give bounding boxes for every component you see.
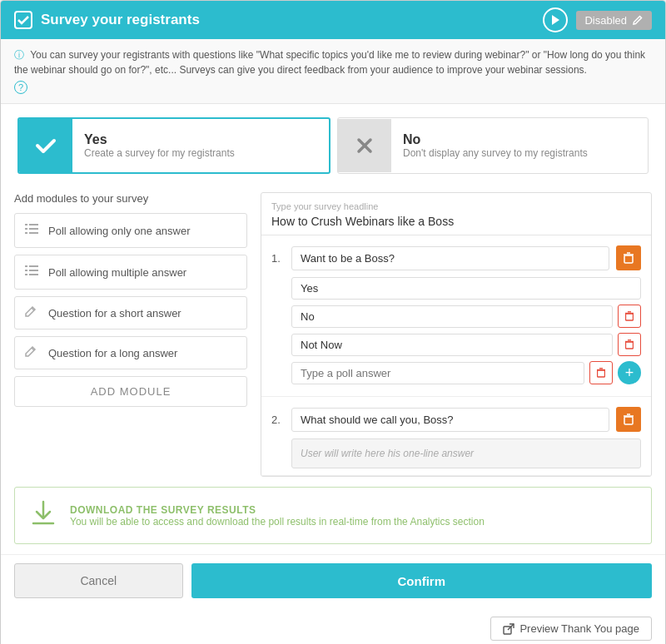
module-question-short[interactable]: Question for a short answer [14,296,247,329]
svg-rect-24 [626,342,634,349]
module-poll-one[interactable]: Poll allowing only one answer [14,213,247,248]
answer-input-1-2[interactable] [291,305,613,328]
confirm-button[interactable]: Confirm [191,563,653,598]
help-icon[interactable]: ? [14,81,27,94]
module-poll-multi[interactable]: Poll allowing multiple answer [14,255,247,290]
question-number-2: 2. [271,414,285,426]
no-title: No [403,132,588,147]
module-question-short-label: Question for a short answer [48,307,181,320]
svg-marker-1 [552,15,559,25]
no-subtitle: Don't display any survey to my registran… [403,147,588,159]
question-row-2: 2. [271,407,641,432]
question-input-1[interactable] [291,246,609,270]
right-panel: Type your survey headline 1. [261,192,652,477]
question-row-1: 1. [271,245,641,270]
svg-rect-18 [624,255,633,263]
svg-rect-0 [15,12,32,28]
delete-answer-1-new-button[interactable] [589,361,613,384]
status-badge: Disabled [576,11,652,30]
yes-check-box [19,119,72,172]
list-icon-1 [25,222,40,239]
yes-option[interactable]: Yes Create a survey for my registrants [17,117,331,174]
download-text: DOWNLOAD THE SURVEY RESULTS You will be … [70,504,485,528]
svg-rect-27 [598,370,605,377]
answer-row-1-3 [271,333,641,356]
info-icon: ⓘ [14,49,24,61]
svg-rect-8 [25,232,27,234]
headline-label: Type your survey headline [271,201,641,211]
checkbox-icon [14,11,32,29]
answer-row-1-new: + [271,361,641,384]
modal-header: Survey your registrants Disabled [1,1,665,39]
answer-row-1-2 [271,305,641,328]
module-poll-multi-label: Poll allowing multiple answer [48,266,186,279]
yes-text: Yes Create a survey for my registrants [72,132,246,159]
header-right: Disabled [543,7,652,32]
svg-rect-4 [25,224,27,225]
svg-rect-12 [25,270,27,271]
delete-question-2-button[interactable] [616,407,641,432]
svg-rect-9 [29,232,38,234]
download-icon [28,498,58,533]
no-option[interactable]: No Don't display any survey to my regist… [337,117,649,174]
pencil-icon-2 [25,345,40,360]
headline-input[interactable] [271,215,641,228]
headline-section: Type your survey headline [261,193,651,235]
answer-input-1-new[interactable] [291,362,584,384]
svg-rect-6 [25,228,27,230]
question-input-2[interactable] [291,408,609,432]
svg-rect-30 [624,417,633,424]
preview-label: Preview Thank You page [519,622,639,635]
answer-row-1-1 [271,277,641,300]
preview-row: Preview Thank You page [1,610,665,644]
footer-buttons: Cancel Confirm [1,554,665,610]
yes-title: Yes [84,132,235,147]
modal-title: Survey your registrants [41,12,200,28]
left-panel-title: Add modules to your survey [14,192,247,205]
delete-question-1-button[interactable] [616,245,641,270]
edit-icon [632,14,644,26]
svg-rect-7 [29,228,38,230]
download-banner: DOWNLOAD THE SURVEY RESULTS You will be … [14,487,652,544]
no-x-box [338,119,391,172]
cancel-button[interactable]: Cancel [14,563,183,598]
svg-rect-10 [25,265,27,267]
question-block-2: 2. User will write here his one-line ans… [261,397,651,476]
play-button[interactable] [543,7,568,32]
yes-no-row: Yes Create a survey for my registrants N… [1,104,665,182]
svg-rect-14 [25,274,27,275]
delete-answer-1-3-button[interactable] [618,333,641,356]
add-module-button[interactable]: ADD MODULE [14,376,247,407]
svg-rect-11 [29,265,38,267]
survey-modal: Survey your registrants Disabled ⓘ You c… [0,0,666,644]
info-text: You can survey your registrants with que… [14,49,645,76]
svg-rect-13 [29,270,38,271]
info-bar: ⓘ You can survey your registrants with q… [1,39,665,104]
download-subtitle: You will be able to access and download … [70,516,485,528]
yes-subtitle: Create a survey for my registrants [84,147,235,159]
header-left: Survey your registrants [14,11,200,29]
preview-button[interactable]: Preview Thank You page [490,617,652,641]
main-body: Add modules to your survey Poll allowing… [1,182,665,487]
module-question-long-label: Question for a long answer [48,347,177,359]
module-question-long[interactable]: Question for a long answer [14,336,247,369]
no-text: No Don't display any survey to my regist… [391,132,599,159]
answer-input-1-1[interactable] [291,277,641,300]
svg-rect-15 [29,274,38,275]
svg-rect-5 [29,224,38,225]
svg-rect-21 [626,314,634,320]
delete-answer-1-2-button[interactable] [618,305,641,328]
module-poll-one-label: Poll allowing only one answer [48,225,191,237]
add-answer-button[interactable]: + [618,361,641,384]
question-number-1: 1. [271,252,285,265]
list-icon-2 [25,264,40,280]
question-block-1: 1. [261,235,651,397]
short-answer-area: User will write here his one-line answer [291,438,641,468]
answer-input-1-3[interactable] [291,334,613,356]
left-panel: Add modules to your survey Poll allowing… [14,182,247,487]
external-link-icon [503,623,514,635]
pencil-icon-1 [25,305,40,320]
download-title: DOWNLOAD THE SURVEY RESULTS [70,504,485,516]
